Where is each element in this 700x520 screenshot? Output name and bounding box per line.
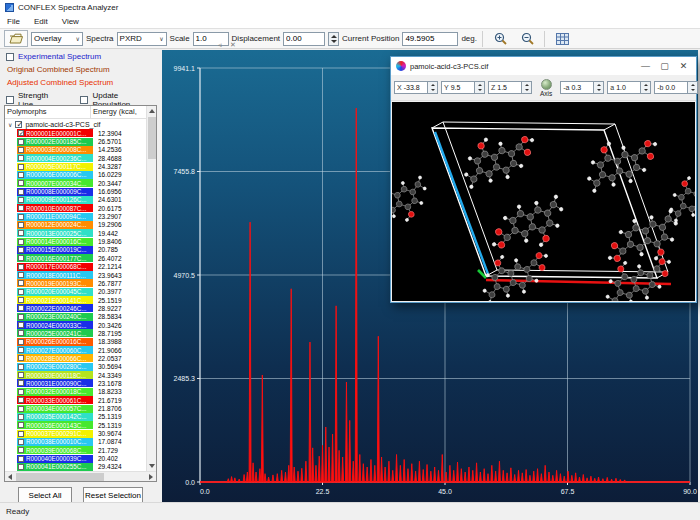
polymorph-checkbox[interactable] [18, 164, 24, 170]
polymorph-checkbox[interactable] [18, 355, 24, 361]
polymorph-checkbox[interactable] [18, 339, 24, 345]
rot-z-spinner[interactable] [522, 81, 532, 94]
root-checkbox[interactable] [15, 121, 22, 128]
polymorph-row[interactable]: R000031E000090C...23.1678 [5, 379, 146, 387]
polymorph-row[interactable]: R000025E000241C...28.7195 [5, 329, 146, 337]
polymorph-checkbox[interactable] [18, 189, 24, 195]
scrollbar-thumb[interactable] [148, 117, 156, 159]
viewer-title-bar[interactable]: pamoic-acid-c3-PCS.cif — ▢ ✕ [391, 57, 696, 75]
crystal-structure-viewport[interactable] [392, 102, 695, 301]
polymorph-checkbox[interactable] [18, 197, 24, 203]
rot-y-spinner[interactable] [475, 81, 485, 94]
polymorph-checkbox[interactable] [18, 289, 24, 295]
scroll-left-arrow[interactable] [5, 472, 15, 482]
overlay-select[interactable]: Overlay∨ [31, 32, 83, 46]
cell-negb-field[interactable]: -b0.0 [654, 81, 688, 94]
spectra-select[interactable]: PXRD∨ [117, 32, 167, 46]
cell-negb-spinner[interactable] [688, 81, 698, 94]
polymorph-checkbox[interactable] [18, 314, 24, 320]
polymorph-checkbox[interactable] [18, 230, 24, 236]
polymorph-row[interactable]: R000012E000024C...19.2906 [5, 221, 146, 229]
polymorph-row[interactable]: R000010E000087C...20.6175 [5, 204, 146, 212]
polymorph-row[interactable]: R000032E000018C...18.8233 [5, 388, 146, 396]
polymorph-row[interactable]: R000002E000185C...26.5701 [5, 137, 146, 145]
polymorph-row[interactable]: R000029E000280C...30.5694 [5, 363, 146, 371]
polymorph-row[interactable]: R000027E000060C...21.9066 [5, 346, 146, 354]
current-position-input[interactable] [402, 32, 458, 46]
structure-viewer-window[interactable]: pamoic-acid-c3-PCS.cif — ▢ ✕ X-33.8Y9.5Z… [390, 56, 697, 303]
polymorph-row[interactable]: R000017E000068C...22.1214 [5, 263, 146, 271]
polymorph-row[interactable]: R000011E000094C...23.2907 [5, 212, 146, 220]
displacement-spinner[interactable] [328, 32, 339, 46]
polymorph-row[interactable]: R000041E000255C...29.4324 [5, 463, 146, 471]
polymorph-row[interactable]: R000019E000193C...26.7877 [5, 279, 146, 287]
rot-y-field[interactable]: Y9.5 [441, 81, 475, 94]
polymorph-checkbox[interactable] [18, 272, 24, 278]
polymorph-checkbox[interactable] [18, 431, 24, 437]
polymorph-checkbox[interactable] [18, 347, 24, 353]
polymorph-row[interactable]: R000020E000045C...20.3977 [5, 288, 146, 296]
polymorph-row[interactable]: R000026E000016C...18.3988 [5, 338, 146, 346]
polymorph-checkbox[interactable] [18, 255, 24, 261]
polymorph-checkbox[interactable] [18, 456, 24, 462]
polymorph-checkbox[interactable] [18, 439, 24, 445]
polymorph-checkbox[interactable] [18, 139, 24, 145]
polymorph-row[interactable]: R000030E000118C...24.3349 [5, 371, 146, 379]
polymorph-checkbox[interactable] [18, 464, 24, 470]
polymorph-checkbox[interactable] [18, 264, 24, 270]
zoom-in-button[interactable] [488, 30, 512, 47]
polymorph-row[interactable]: R000001E000001C...12.3904 [5, 129, 146, 137]
polymorph-checkbox[interactable] [18, 205, 24, 211]
polymorph-row[interactable]: R000023E000240C...28.5834 [5, 313, 146, 321]
polymorph-row[interactable]: R000014E000016C...19.8406 [5, 237, 146, 245]
polymorph-checkbox[interactable] [18, 180, 24, 186]
polymorph-row[interactable]: R000021E000141C...25.1519 [5, 296, 146, 304]
reset-selection-button[interactable]: Reset Selection [83, 487, 143, 503]
vertical-scrollbar[interactable] [146, 106, 156, 471]
scroll-down-arrow[interactable] [147, 461, 157, 471]
polymorph-checkbox[interactable] [18, 364, 24, 370]
cell-a-spinner[interactable] [641, 81, 651, 94]
column-polymorphs[interactable]: Polymorphs [5, 106, 91, 118]
polymorph-row[interactable]: R000016E000177C...26.4072 [5, 254, 146, 262]
tree-collapse-icon[interactable]: ∨ [8, 121, 12, 128]
polymorph-row[interactable]: R000028E000066C...22.0537 [5, 354, 146, 362]
splitter-collapse-icon[interactable]: ◃ [218, 41, 222, 49]
experimental-spectrum-checkbox[interactable] [6, 53, 14, 61]
rot-x-spinner[interactable] [428, 81, 438, 94]
update-population-checkbox[interactable] [80, 96, 88, 104]
polymorph-row[interactable]: R000007E000034C...20.3447 [5, 179, 146, 187]
polymorph-checkbox[interactable] [18, 172, 24, 178]
polymorph-row[interactable]: R000039E000068C...21.729 [5, 446, 146, 454]
close-button[interactable]: ✕ [676, 61, 691, 71]
polymorph-row[interactable]: R000040E000039C...20.402 [5, 454, 146, 462]
polymorph-row[interactable]: R000022E000246C...28.9227 [5, 304, 146, 312]
polymorph-checkbox[interactable] [18, 239, 24, 245]
displacement-input[interactable] [283, 32, 325, 46]
polymorph-row[interactable]: R000009E000126C...24.6301 [5, 196, 146, 204]
polymorph-row[interactable]: R000013E000025C...19.442 [5, 229, 146, 237]
axis-button[interactable]: Axis [540, 79, 552, 97]
polymorph-row[interactable]: R000006E000006C...16.0229 [5, 171, 146, 179]
cell-nega-field[interactable]: -a0.3 [560, 81, 594, 94]
polymorph-row[interactable]: R000003E000008C...14.2536 [5, 146, 146, 154]
table-view-button[interactable] [550, 30, 574, 47]
polymorph-row[interactable]: R000035E000142C...25.1319 [5, 413, 146, 421]
tree-root-item[interactable]: ∨ pamoic-acid-c3-PCS_cif [5, 119, 156, 129]
horizontal-scrollbar[interactable] [5, 471, 156, 481]
polymorph-checkbox[interactable] [18, 247, 24, 253]
polymorph-checkbox[interactable] [18, 297, 24, 303]
chart-pane-close-icon[interactable]: ✕ [230, 41, 236, 49]
polymorph-checkbox[interactable] [18, 422, 24, 428]
polymorph-row[interactable]: R000033E000061C...21.6719 [5, 396, 146, 404]
strength-line-checkbox[interactable] [6, 96, 14, 104]
polymorph-row[interactable]: R000004E000236C...28.4688 [5, 154, 146, 162]
hscrollbar-thumb[interactable] [16, 473, 104, 481]
cell-a-field[interactable]: a1.0 [607, 81, 641, 94]
polymorph-checkbox[interactable] [18, 222, 24, 228]
menu-view[interactable]: View [55, 17, 86, 26]
polymorph-checkbox[interactable] [18, 305, 24, 311]
polymorph-row[interactable]: R000036E000143C...25.1319 [5, 421, 146, 429]
polymorph-checkbox[interactable] [18, 130, 24, 136]
zoom-out-button[interactable] [515, 30, 539, 47]
